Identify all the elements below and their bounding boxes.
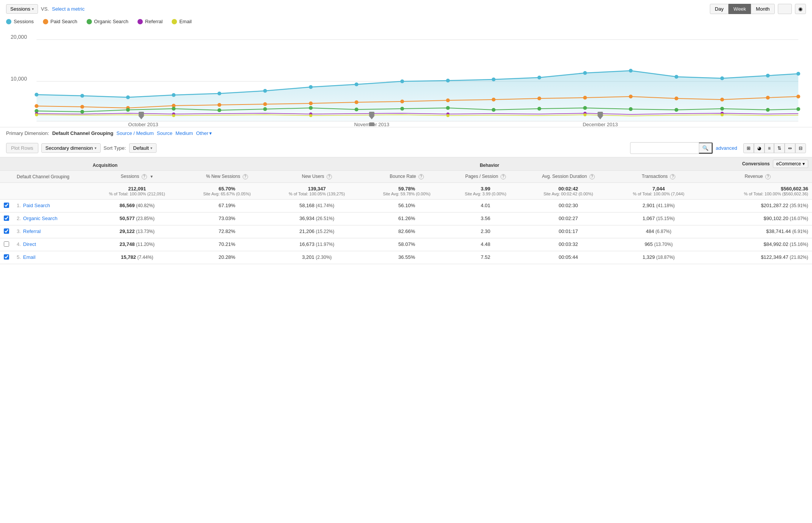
svg-point-9 (172, 93, 175, 97)
row-dim-cell: 3.Referral (13, 225, 89, 238)
row-revenue-pct: (35.91%) (790, 203, 808, 208)
sessions-dot (6, 19, 11, 24)
chart-legend: Sessions Paid Search Organic Search Refe… (0, 16, 812, 28)
row-new-users-pct: (26.51%) (316, 216, 335, 221)
row-sessions: 15,782 (121, 254, 136, 260)
paid-search-label: Paid Search (51, 19, 77, 24)
row-bounce-cell: 58.07% (365, 238, 449, 251)
row-channel-link[interactable]: Organic Search (23, 216, 57, 221)
pages-session-col-header[interactable]: Pages / Session ? (449, 171, 523, 183)
row-checkbox-cell[interactable] (0, 251, 13, 264)
search-button[interactable]: 🔍 (699, 143, 712, 154)
metric-dropdown[interactable]: Sessions ▾ (6, 4, 38, 14)
svg-point-43 (81, 110, 84, 114)
month-btn[interactable]: Month (751, 4, 774, 14)
row-checkbox[interactable] (4, 216, 9, 221)
sessions-label: Sessions (14, 19, 34, 24)
svg-point-11 (263, 89, 267, 93)
row-bounce-cell: 56.10% (365, 199, 449, 212)
pct-new-q-icon[interactable]: ? (243, 174, 248, 179)
svg-point-10 (218, 92, 221, 95)
bounce-rate-col-header[interactable]: Bounce Rate ? (365, 171, 449, 183)
dot-chart-btn[interactable]: ◉ (795, 4, 806, 14)
legend-email[interactable]: Email (172, 19, 192, 24)
legend-referral[interactable]: Referral (137, 19, 163, 24)
secondary-dimension-dropdown[interactable]: Secondary dimension ▾ (41, 143, 101, 153)
totals-revenue-sub: % of Total: 100.00% ($560,602.36) (707, 192, 808, 196)
checkbox-col-header (0, 171, 13, 183)
legend-organic-search[interactable]: Organic Search (87, 19, 128, 24)
transactions-col-header[interactable]: Transactions ? (614, 171, 703, 183)
legend-paid-search[interactable]: Paid Search (43, 19, 77, 24)
avg-session-q-icon[interactable]: ? (589, 174, 595, 179)
svg-point-22 (766, 74, 770, 78)
pages-q-icon[interactable]: ? (501, 174, 506, 179)
ecommerce-dropdown[interactable]: eCommerce ▾ (773, 160, 808, 168)
search-input[interactable] (630, 143, 699, 153)
totals-sessions-sub: % of Total: 100.00% (212,091) (93, 192, 182, 196)
svg-point-6 (35, 93, 38, 97)
row-checkbox-cell[interactable] (0, 199, 13, 212)
sessions-sort-icon[interactable]: ▼ (150, 174, 153, 179)
day-btn[interactable]: Day (710, 4, 728, 14)
row-trans-pct: (41.18%) (656, 203, 675, 208)
sessions-q-icon[interactable]: ? (142, 174, 147, 179)
row-revenue-cell: $122,349.47 (21.82%) (703, 251, 812, 264)
pivot-view-btn[interactable]: ⇅ (774, 143, 785, 153)
row-sessions-cell: 29,122 (13.73%) (89, 225, 185, 238)
totals-avg-session-sub: Site Avg: 00:02:42 (0.00%) (526, 192, 610, 196)
row-checkbox[interactable] (4, 228, 9, 234)
table2-view-btn[interactable]: ⊟ (795, 143, 806, 153)
svg-point-13 (355, 82, 359, 86)
plot-rows-button[interactable]: Plot Rows (6, 143, 38, 153)
row-sessions-cell: 86,569 (40.82%) (89, 199, 185, 212)
other-chevron-icon: ▾ (209, 130, 212, 136)
row-checkbox-cell[interactable] (0, 225, 13, 238)
row-channel-link[interactable]: Paid Search (23, 203, 50, 208)
legend-sessions[interactable]: Sessions (6, 19, 34, 24)
sort-type-dropdown[interactable]: Default ▾ (129, 143, 156, 153)
svg-rect-82 (369, 122, 374, 126)
row-checkbox-cell[interactable] (0, 238, 13, 251)
svg-point-66 (35, 113, 38, 116)
totals-avg-session-cell: 00:02:42 Site Avg: 00:02:42 (0.00%) (523, 182, 614, 199)
advanced-link[interactable]: advanced (716, 145, 737, 151)
row-checkbox[interactable] (4, 241, 9, 247)
transactions-q-icon[interactable]: ? (670, 174, 675, 179)
source-medium-link[interactable]: Source / Medium (116, 130, 153, 136)
new-users-q-icon[interactable]: ? (327, 174, 332, 179)
row-channel-link[interactable]: Email (23, 254, 36, 260)
row-channel-link[interactable]: Direct (23, 241, 36, 247)
bounce-q-icon[interactable]: ? (419, 174, 424, 179)
new-users-col-header[interactable]: New Users ? (269, 171, 365, 183)
source-link[interactable]: Source (157, 130, 172, 136)
row-checkbox[interactable] (4, 254, 9, 260)
week-btn[interactable]: Week (728, 4, 751, 14)
row-new-users-pct: (2.30%) (316, 255, 332, 260)
sessions-col-header[interactable]: Sessions ? ▼ (89, 171, 185, 183)
row-new-users-cell: 36,934 (26.51%) (269, 212, 365, 225)
avg-session-col-header[interactable]: Avg. Session Duration ? (523, 171, 614, 183)
grid-view-btn[interactable]: ⊞ (743, 143, 754, 153)
compare-view-btn[interactable]: ⇔ (785, 143, 795, 153)
bar-view-btn[interactable]: ≡ (765, 143, 774, 153)
row-sessions-pct: (13.73%) (136, 229, 155, 234)
svg-point-24 (35, 104, 38, 108)
pct-new-col-header[interactable]: % New Sessions ? (185, 171, 269, 183)
svg-point-56 (675, 108, 678, 112)
svg-point-25 (81, 105, 84, 109)
pie-view-btn[interactable]: ◕ (754, 143, 765, 153)
row-channel-link[interactable]: Referral (23, 228, 41, 234)
svg-point-33 (446, 98, 450, 102)
row-checkbox-cell[interactable] (0, 212, 13, 225)
row-bounce-cell: 82.66% (365, 225, 449, 238)
revenue-col-header[interactable]: Revenue ? (703, 171, 812, 183)
other-link[interactable]: Other ▾ (196, 130, 212, 136)
revenue-q-icon[interactable]: ? (765, 174, 771, 179)
svg-rect-80 (597, 112, 603, 116)
line-chart-btn[interactable] (778, 4, 792, 14)
row-checkbox[interactable] (4, 203, 9, 208)
medium-link[interactable]: Medium (175, 130, 193, 136)
row-sessions-cell: 50,577 (23.85%) (89, 212, 185, 225)
select-metric-link[interactable]: Select a metric (52, 6, 85, 12)
